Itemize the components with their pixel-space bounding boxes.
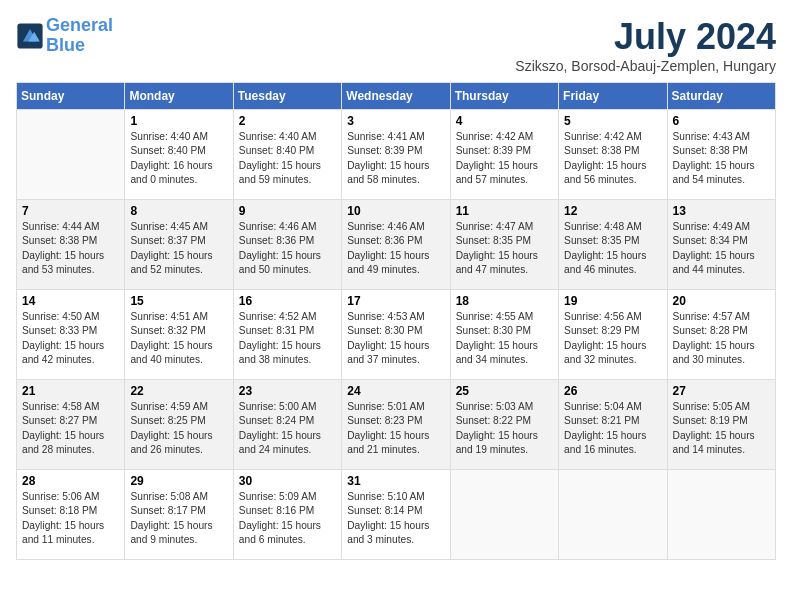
day-cell: 21Sunrise: 4:58 AM Sunset: 8:27 PM Dayli…	[17, 380, 125, 470]
day-number: 24	[347, 384, 444, 398]
day-cell: 22Sunrise: 4:59 AM Sunset: 8:25 PM Dayli…	[125, 380, 233, 470]
logo-text: General Blue	[46, 16, 113, 56]
day-number: 28	[22, 474, 119, 488]
day-cell: 10Sunrise: 4:46 AM Sunset: 8:36 PM Dayli…	[342, 200, 450, 290]
title-block: July 2024 Szikszo, Borsod-Abauj-Zemplen,…	[515, 16, 776, 74]
day-number: 13	[673, 204, 770, 218]
calendar-table: SundayMondayTuesdayWednesdayThursdayFrid…	[16, 82, 776, 560]
header-cell-thursday: Thursday	[450, 83, 558, 110]
day-info: Sunrise: 4:46 AM Sunset: 8:36 PM Dayligh…	[239, 220, 336, 277]
day-cell: 23Sunrise: 5:00 AM Sunset: 8:24 PM Dayli…	[233, 380, 341, 470]
day-info: Sunrise: 4:40 AM Sunset: 8:40 PM Dayligh…	[130, 130, 227, 187]
day-info: Sunrise: 4:48 AM Sunset: 8:35 PM Dayligh…	[564, 220, 661, 277]
day-info: Sunrise: 4:41 AM Sunset: 8:39 PM Dayligh…	[347, 130, 444, 187]
day-info: Sunrise: 4:45 AM Sunset: 8:37 PM Dayligh…	[130, 220, 227, 277]
calendar-body: 1Sunrise: 4:40 AM Sunset: 8:40 PM Daylig…	[17, 110, 776, 560]
day-cell: 7Sunrise: 4:44 AM Sunset: 8:38 PM Daylig…	[17, 200, 125, 290]
day-cell: 3Sunrise: 4:41 AM Sunset: 8:39 PM Daylig…	[342, 110, 450, 200]
day-number: 25	[456, 384, 553, 398]
day-cell: 24Sunrise: 5:01 AM Sunset: 8:23 PM Dayli…	[342, 380, 450, 470]
day-cell	[559, 470, 667, 560]
week-row-2: 7Sunrise: 4:44 AM Sunset: 8:38 PM Daylig…	[17, 200, 776, 290]
day-number: 8	[130, 204, 227, 218]
day-info: Sunrise: 4:43 AM Sunset: 8:38 PM Dayligh…	[673, 130, 770, 187]
header-cell-wednesday: Wednesday	[342, 83, 450, 110]
day-info: Sunrise: 4:52 AM Sunset: 8:31 PM Dayligh…	[239, 310, 336, 367]
day-cell: 27Sunrise: 5:05 AM Sunset: 8:19 PM Dayli…	[667, 380, 775, 470]
day-info: Sunrise: 4:40 AM Sunset: 8:40 PM Dayligh…	[239, 130, 336, 187]
day-number: 21	[22, 384, 119, 398]
day-info: Sunrise: 5:06 AM Sunset: 8:18 PM Dayligh…	[22, 490, 119, 547]
day-info: Sunrise: 4:59 AM Sunset: 8:25 PM Dayligh…	[130, 400, 227, 457]
day-info: Sunrise: 4:51 AM Sunset: 8:32 PM Dayligh…	[130, 310, 227, 367]
day-info: Sunrise: 5:03 AM Sunset: 8:22 PM Dayligh…	[456, 400, 553, 457]
day-info: Sunrise: 5:09 AM Sunset: 8:16 PM Dayligh…	[239, 490, 336, 547]
header-cell-friday: Friday	[559, 83, 667, 110]
day-info: Sunrise: 4:44 AM Sunset: 8:38 PM Dayligh…	[22, 220, 119, 277]
day-number: 18	[456, 294, 553, 308]
day-cell: 12Sunrise: 4:48 AM Sunset: 8:35 PM Dayli…	[559, 200, 667, 290]
day-cell: 11Sunrise: 4:47 AM Sunset: 8:35 PM Dayli…	[450, 200, 558, 290]
day-info: Sunrise: 4:46 AM Sunset: 8:36 PM Dayligh…	[347, 220, 444, 277]
calendar-header: SundayMondayTuesdayWednesdayThursdayFrid…	[17, 83, 776, 110]
day-cell: 31Sunrise: 5:10 AM Sunset: 8:14 PM Dayli…	[342, 470, 450, 560]
day-number: 23	[239, 384, 336, 398]
day-info: Sunrise: 4:58 AM Sunset: 8:27 PM Dayligh…	[22, 400, 119, 457]
header-row: SundayMondayTuesdayWednesdayThursdayFrid…	[17, 83, 776, 110]
logo: General Blue	[16, 16, 113, 56]
day-cell: 19Sunrise: 4:56 AM Sunset: 8:29 PM Dayli…	[559, 290, 667, 380]
day-info: Sunrise: 4:50 AM Sunset: 8:33 PM Dayligh…	[22, 310, 119, 367]
day-info: Sunrise: 4:57 AM Sunset: 8:28 PM Dayligh…	[673, 310, 770, 367]
day-number: 31	[347, 474, 444, 488]
day-info: Sunrise: 4:47 AM Sunset: 8:35 PM Dayligh…	[456, 220, 553, 277]
day-number: 10	[347, 204, 444, 218]
day-info: Sunrise: 4:55 AM Sunset: 8:30 PM Dayligh…	[456, 310, 553, 367]
day-number: 6	[673, 114, 770, 128]
day-cell	[17, 110, 125, 200]
day-info: Sunrise: 4:42 AM Sunset: 8:39 PM Dayligh…	[456, 130, 553, 187]
logo-general: General	[46, 15, 113, 35]
page-header: General Blue July 2024 Szikszo, Borsod-A…	[16, 16, 776, 74]
month-title: July 2024	[515, 16, 776, 58]
day-info: Sunrise: 4:53 AM Sunset: 8:30 PM Dayligh…	[347, 310, 444, 367]
day-number: 19	[564, 294, 661, 308]
day-cell: 18Sunrise: 4:55 AM Sunset: 8:30 PM Dayli…	[450, 290, 558, 380]
day-info: Sunrise: 4:56 AM Sunset: 8:29 PM Dayligh…	[564, 310, 661, 367]
day-info: Sunrise: 5:08 AM Sunset: 8:17 PM Dayligh…	[130, 490, 227, 547]
day-number: 16	[239, 294, 336, 308]
day-cell: 26Sunrise: 5:04 AM Sunset: 8:21 PM Dayli…	[559, 380, 667, 470]
header-cell-sunday: Sunday	[17, 83, 125, 110]
day-cell: 13Sunrise: 4:49 AM Sunset: 8:34 PM Dayli…	[667, 200, 775, 290]
day-cell: 6Sunrise: 4:43 AM Sunset: 8:38 PM Daylig…	[667, 110, 775, 200]
day-cell: 5Sunrise: 4:42 AM Sunset: 8:38 PM Daylig…	[559, 110, 667, 200]
week-row-4: 21Sunrise: 4:58 AM Sunset: 8:27 PM Dayli…	[17, 380, 776, 470]
day-cell: 8Sunrise: 4:45 AM Sunset: 8:37 PM Daylig…	[125, 200, 233, 290]
day-cell: 14Sunrise: 4:50 AM Sunset: 8:33 PM Dayli…	[17, 290, 125, 380]
day-info: Sunrise: 5:10 AM Sunset: 8:14 PM Dayligh…	[347, 490, 444, 547]
day-info: Sunrise: 5:05 AM Sunset: 8:19 PM Dayligh…	[673, 400, 770, 457]
day-number: 22	[130, 384, 227, 398]
day-cell: 20Sunrise: 4:57 AM Sunset: 8:28 PM Dayli…	[667, 290, 775, 380]
logo-blue: Blue	[46, 36, 113, 56]
header-cell-monday: Monday	[125, 83, 233, 110]
day-cell: 17Sunrise: 4:53 AM Sunset: 8:30 PM Dayli…	[342, 290, 450, 380]
day-info: Sunrise: 5:00 AM Sunset: 8:24 PM Dayligh…	[239, 400, 336, 457]
location: Szikszo, Borsod-Abauj-Zemplen, Hungary	[515, 58, 776, 74]
day-cell	[450, 470, 558, 560]
week-row-1: 1Sunrise: 4:40 AM Sunset: 8:40 PM Daylig…	[17, 110, 776, 200]
day-number: 9	[239, 204, 336, 218]
week-row-3: 14Sunrise: 4:50 AM Sunset: 8:33 PM Dayli…	[17, 290, 776, 380]
header-cell-tuesday: Tuesday	[233, 83, 341, 110]
day-number: 15	[130, 294, 227, 308]
day-cell: 29Sunrise: 5:08 AM Sunset: 8:17 PM Dayli…	[125, 470, 233, 560]
day-number: 12	[564, 204, 661, 218]
day-number: 29	[130, 474, 227, 488]
logo-icon	[16, 22, 44, 50]
day-cell: 15Sunrise: 4:51 AM Sunset: 8:32 PM Dayli…	[125, 290, 233, 380]
day-number: 11	[456, 204, 553, 218]
day-info: Sunrise: 4:42 AM Sunset: 8:38 PM Dayligh…	[564, 130, 661, 187]
day-cell: 25Sunrise: 5:03 AM Sunset: 8:22 PM Dayli…	[450, 380, 558, 470]
day-number: 14	[22, 294, 119, 308]
day-number: 5	[564, 114, 661, 128]
day-number: 4	[456, 114, 553, 128]
